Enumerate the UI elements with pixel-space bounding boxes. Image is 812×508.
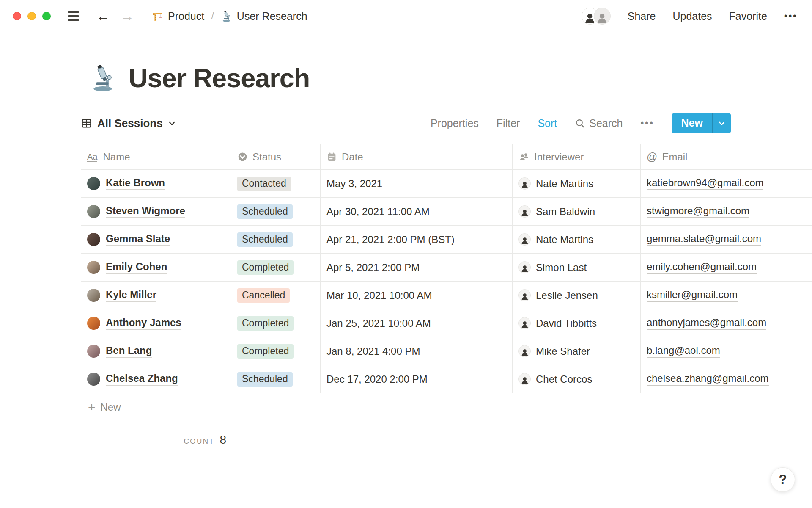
close-button[interactable] (13, 12, 21, 20)
count-aggregate[interactable]: COUNT 8 (81, 433, 231, 447)
new-row-button[interactable]: + New (81, 393, 812, 421)
interviewer-name: David Tibbitts (536, 318, 597, 329)
date-cell[interactable]: Apr 5, 2021 2:00 PM (321, 254, 513, 281)
favorite-button[interactable]: Favorite (729, 10, 767, 22)
interviewer-cell[interactable]: Leslie Jensen (513, 282, 641, 309)
name-page-link[interactable]: Chelsea Zhang (106, 373, 178, 386)
email-cell[interactable]: chelsea.zhang@gmail.com (641, 365, 812, 393)
email-link[interactable]: anthonyjames@gmail.com (647, 317, 766, 330)
date-cell[interactable]: Jan 25, 2021 10:00 AM (321, 309, 513, 337)
table-row[interactable]: Kyle Miller Cancelled Mar 10, 2021 10:00… (81, 282, 812, 309)
name-page-link[interactable]: Anthony James (106, 317, 181, 330)
zoom-button[interactable] (42, 12, 51, 20)
column-header-email[interactable]: @ Email (641, 144, 812, 169)
email-cell[interactable]: ksmiller@gmail.com (641, 282, 812, 309)
date-cell[interactable]: Apr 30, 2021 11:00 AM (321, 198, 513, 225)
status-cell[interactable]: Cancelled (231, 282, 321, 309)
updates-button[interactable]: Updates (672, 10, 712, 22)
interviewer-cell[interactable]: Nate Martins (513, 170, 641, 197)
date-cell[interactable]: Jan 8, 2021 4:00 PM (321, 337, 513, 365)
name-cell[interactable]: Emily Cohen (81, 254, 231, 281)
name-cell[interactable]: Ben Lang (81, 337, 231, 365)
view-switcher[interactable]: All Sessions (81, 117, 176, 130)
new-button-label[interactable]: New (672, 113, 712, 133)
table-row[interactable]: Ben Lang Completed Jan 8, 2021 4:00 PM M… (81, 337, 812, 365)
interviewer-cell[interactable]: Nate Martins (513, 226, 641, 253)
name-cell[interactable]: Kyle Miller (81, 282, 231, 309)
more-options-icon[interactable]: ••• (784, 11, 798, 22)
name-cell[interactable]: Anthony James (81, 309, 231, 337)
email-cell[interactable]: gemma.slate@gmail.com (641, 226, 812, 253)
column-header-name[interactable]: Aa Name (81, 144, 231, 169)
status-cell[interactable]: Scheduled (231, 198, 321, 225)
search-button[interactable]: Search (575, 117, 623, 130)
new-button[interactable]: New (672, 113, 731, 133)
date-cell[interactable]: Mar 10, 2021 10:00 AM (321, 282, 513, 309)
email-cell[interactable]: katiebrown94@gmail.com (641, 170, 812, 197)
name-cell[interactable]: Katie Brown (81, 170, 231, 197)
name-page-link[interactable]: Ben Lang (106, 345, 152, 358)
email-link[interactable]: emily.cohen@gmail.com (647, 261, 757, 274)
email-cell[interactable]: anthonyjames@gmail.com (641, 309, 812, 337)
status-cell[interactable]: Completed (231, 309, 321, 337)
forward-arrow-icon[interactable]: → (121, 9, 134, 23)
column-header-date[interactable]: Date (321, 144, 513, 169)
table-row[interactable]: Emily Cohen Completed Apr 5, 2021 2:00 P… (81, 254, 812, 282)
status-cell[interactable]: Completed (231, 254, 321, 281)
date-cell[interactable]: Apr 21, 2021 2:00 PM (BST) (321, 226, 513, 253)
view-more-options-icon[interactable]: ••• (640, 118, 654, 129)
new-button-dropdown[interactable] (712, 113, 731, 133)
properties-button[interactable]: Properties (431, 117, 479, 130)
table-row[interactable]: Katie Brown Contacted May 3, 2021 Nate M… (81, 170, 812, 198)
email-link[interactable]: ksmiller@gmail.com (647, 289, 738, 302)
interviewer-cell[interactable]: Sam Baldwin (513, 198, 641, 225)
interviewer-cell[interactable]: Simon Last (513, 254, 641, 281)
column-header-interviewer[interactable]: Interviewer (513, 144, 641, 169)
date-cell[interactable]: May 3, 2021 (321, 170, 513, 197)
status-cell[interactable]: Contacted (231, 170, 321, 197)
interviewer-cell[interactable]: Chet Corcos (513, 365, 641, 393)
name-page-link[interactable]: Katie Brown (106, 177, 165, 190)
collaborator-avatars[interactable] (582, 8, 611, 25)
name-cell[interactable]: Chelsea Zhang (81, 365, 231, 393)
share-button[interactable]: Share (628, 10, 656, 22)
minimize-button[interactable] (27, 12, 36, 20)
sort-button[interactable]: Sort (538, 117, 557, 130)
date-cell[interactable]: Dec 17, 2020 2:00 PM (321, 365, 513, 393)
view-name: All Sessions (97, 117, 163, 130)
name-cell[interactable]: Gemma Slate (81, 226, 231, 253)
column-label: Interviewer (534, 151, 584, 163)
name-page-link[interactable]: Emily Cohen (106, 261, 167, 274)
breadcrumb: Product / User Research (152, 10, 307, 22)
status-cell[interactable]: Scheduled (231, 365, 321, 393)
back-arrow-icon[interactable]: ← (96, 9, 110, 23)
interviewer-cell[interactable]: David Tibbitts (513, 309, 641, 337)
table-row[interactable]: Steven Wigmore Scheduled Apr 30, 2021 11… (81, 198, 812, 226)
help-button[interactable]: ? (771, 467, 795, 492)
column-header-status[interactable]: Status (231, 144, 321, 169)
email-link[interactable]: katiebrown94@gmail.com (647, 177, 763, 190)
email-link[interactable]: b.lang@aol.com (647, 345, 720, 358)
status-badge: Scheduled (237, 204, 293, 219)
breadcrumb-item-product[interactable]: Product (152, 10, 204, 22)
name-page-link[interactable]: Steven Wigmore (106, 205, 185, 218)
email-link[interactable]: gemma.slate@gmail.com (647, 233, 761, 246)
name-page-link[interactable]: Kyle Miller (106, 289, 156, 302)
email-cell[interactable]: b.lang@aol.com (641, 337, 812, 365)
email-cell[interactable]: stwigmore@gmail.com (641, 198, 812, 225)
name-cell[interactable]: Steven Wigmore (81, 198, 231, 225)
email-link[interactable]: chelsea.zhang@gmail.com (647, 373, 769, 386)
email-link[interactable]: stwigmore@gmail.com (647, 205, 749, 218)
table-row[interactable]: Anthony James Completed Jan 25, 2021 10:… (81, 309, 812, 337)
status-cell[interactable]: Scheduled (231, 226, 321, 253)
email-cell[interactable]: emily.cohen@gmail.com (641, 254, 812, 281)
status-cell[interactable]: Completed (231, 337, 321, 365)
filter-button[interactable]: Filter (497, 117, 520, 130)
table-row[interactable]: Gemma Slate Scheduled Apr 21, 2021 2:00 … (81, 226, 812, 254)
breadcrumb-item-user-research[interactable]: User Research (221, 10, 307, 22)
chevron-down-icon (718, 120, 725, 127)
table-row[interactable]: Chelsea Zhang Scheduled Dec 17, 2020 2:0… (81, 365, 812, 393)
sidebar-toggle-icon[interactable] (68, 11, 79, 21)
interviewer-cell[interactable]: Mike Shafer (513, 337, 641, 365)
name-page-link[interactable]: Gemma Slate (106, 233, 170, 246)
